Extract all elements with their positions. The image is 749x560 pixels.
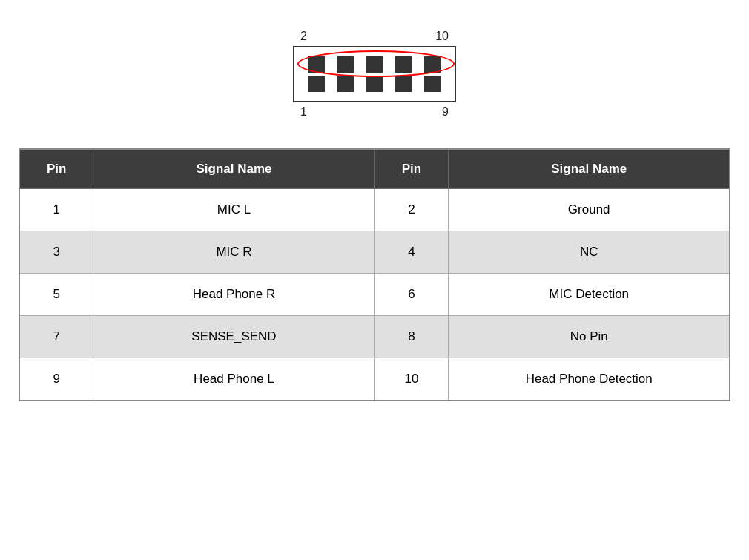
cell-pin-right: 4	[374, 231, 449, 274]
cell-signal-left: MIC R	[93, 231, 374, 274]
connector-bottom-labels: 1 9	[293, 105, 456, 119]
table-header-row: Pin Signal Name Pin Signal Name	[19, 149, 730, 189]
cell-signal-right: No Pin	[449, 316, 730, 358]
connector-body	[293, 46, 456, 102]
pin-square	[308, 56, 325, 73]
table-row: 5Head Phone R6MIC Detection	[19, 274, 730, 316]
table-row: 9Head Phone L10Head Phone Detection	[19, 358, 730, 401]
connector-row-bottom	[302, 76, 447, 92]
cell-pin-left: 1	[19, 189, 93, 231]
table-row: 7SENSE_SEND8No Pin	[19, 316, 730, 358]
label-pin1: 1	[300, 105, 307, 119]
cell-signal-left: Head Phone L	[93, 358, 374, 401]
cell-pin-left: 7	[19, 316, 93, 358]
header-pin1: Pin	[19, 149, 93, 189]
cell-pin-left: 3	[19, 231, 93, 274]
pin-square	[395, 76, 412, 92]
cell-signal-left: SENSE_SEND	[93, 316, 374, 358]
cell-signal-left: MIC L	[93, 189, 374, 231]
cell-pin-right: 10	[374, 358, 449, 401]
pin-square	[366, 76, 383, 92]
cell-pin-right: 6	[374, 274, 449, 316]
cell-signal-right: MIC Detection	[449, 274, 730, 316]
header-pin2: Pin	[374, 149, 449, 189]
cell-pin-right: 8	[374, 316, 449, 358]
pin-square	[337, 76, 354, 92]
cell-signal-right: Ground	[449, 189, 730, 231]
cell-signal-right: NC	[449, 231, 730, 274]
pin-square	[424, 56, 441, 73]
header-signal1: Signal Name	[93, 149, 374, 189]
cell-signal-right: Head Phone Detection	[449, 358, 730, 401]
label-pin2: 2	[300, 30, 307, 43]
pin-square	[395, 56, 412, 73]
header-signal2: Signal Name	[449, 149, 730, 189]
cell-signal-left: Head Phone R	[93, 274, 374, 316]
label-pin10: 10	[435, 30, 449, 43]
table-row: 1MIC L2Ground	[19, 189, 730, 231]
connector-diagram: 2 10 1 9	[293, 30, 456, 119]
table-row: 3MIC R4NC	[19, 231, 730, 274]
cell-pin-right: 2	[374, 189, 449, 231]
cell-pin-left: 9	[19, 358, 93, 401]
connector-row-top	[302, 56, 447, 73]
cell-pin-left: 5	[19, 274, 93, 316]
pin-square	[308, 76, 325, 92]
connector-top-labels: 2 10	[293, 30, 456, 43]
pin-table: Pin Signal Name Pin Signal Name 1MIC L2G…	[19, 148, 730, 401]
label-pin9: 9	[442, 105, 449, 119]
pin-square	[424, 76, 441, 92]
pin-square	[337, 56, 354, 73]
pin-square	[366, 56, 383, 73]
